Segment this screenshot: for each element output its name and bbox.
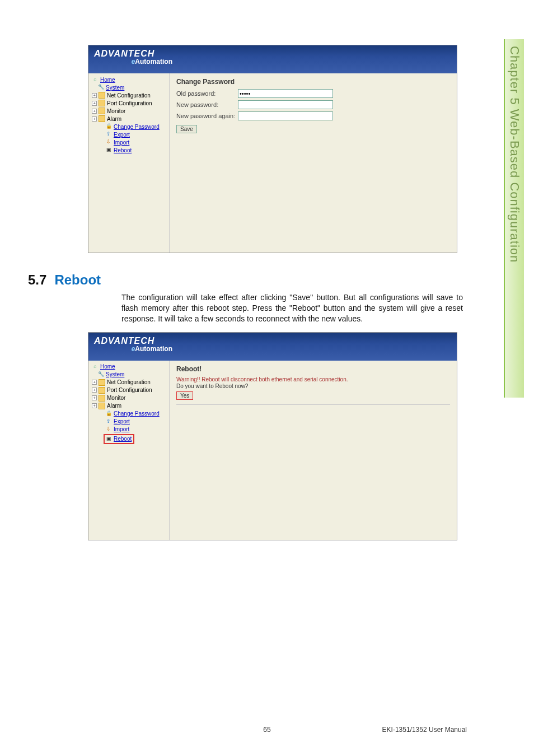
nav-net-config[interactable]: +Net Configuration bbox=[90, 91, 168, 99]
reboot-warning: Warning!! Reboot will disconnect both et… bbox=[176, 376, 450, 382]
wrench-icon: 🔧 bbox=[97, 371, 104, 378]
folder-icon bbox=[99, 115, 105, 122]
app-header: ADVANTECH eAutomation bbox=[88, 333, 457, 361]
export-icon: ⇪ bbox=[105, 131, 112, 138]
nav-system[interactable]: 🔧System bbox=[90, 83, 168, 91]
reboot-question: Do you want to Reboot now? bbox=[176, 383, 450, 389]
old-password-label: Old password: bbox=[176, 90, 238, 97]
nav-system[interactable]: 🔧System bbox=[90, 371, 168, 379]
new-password-input[interactable] bbox=[238, 100, 333, 109]
folder-icon bbox=[99, 92, 105, 99]
section-title: Reboot bbox=[54, 272, 101, 288]
new-password-again-label: New password again: bbox=[176, 113, 238, 119]
brand-subtitle: eAutomation bbox=[94, 345, 172, 353]
app-header: ADVANTECH eAutomation bbox=[88, 45, 457, 73]
content-pane: Change Password Old password: New passwo… bbox=[170, 73, 457, 253]
manual-name: EKI-1351/1352 User Manual bbox=[382, 726, 467, 734]
nav-export[interactable]: ⇪Export bbox=[90, 418, 168, 426]
section-body-text: The configuration will take effect after… bbox=[82, 292, 463, 324]
lock-icon: 🔒 bbox=[105, 123, 112, 130]
import-icon: ⇩ bbox=[105, 426, 112, 433]
nav-reboot-selected[interactable]: ▣Reboot bbox=[90, 433, 168, 445]
nav-home[interactable]: ⌂Home bbox=[90, 76, 168, 83]
home-icon: ⌂ bbox=[92, 76, 99, 83]
divider bbox=[176, 404, 450, 405]
nav-net-config[interactable]: +Net Configuration bbox=[90, 379, 168, 386]
plus-icon[interactable]: + bbox=[92, 93, 97, 98]
section-number: 5.7 bbox=[28, 272, 46, 288]
old-password-input[interactable] bbox=[238, 89, 333, 98]
plus-icon[interactable]: + bbox=[92, 101, 97, 106]
folder-icon bbox=[99, 395, 105, 402]
plus-icon[interactable]: + bbox=[92, 403, 97, 408]
wrench-icon: 🔧 bbox=[97, 84, 104, 91]
chapter-side-tab: Chapter 5 Web-Based Configuration bbox=[504, 39, 524, 398]
plus-icon[interactable]: + bbox=[92, 388, 97, 393]
content-heading: Reboot! bbox=[176, 365, 450, 373]
nav-import[interactable]: ⇩Import bbox=[90, 426, 168, 433]
nav-tree: ⌂Home 🔧System +Net Configuration +Port C… bbox=[88, 361, 170, 540]
folder-icon bbox=[99, 379, 105, 386]
nav-export[interactable]: ⇪Export bbox=[90, 130, 168, 138]
plus-icon[interactable]: + bbox=[92, 395, 97, 400]
content-pane: Reboot! Warning!! Reboot will disconnect… bbox=[170, 361, 457, 540]
yes-button[interactable]: Yes bbox=[176, 391, 193, 400]
nav-change-password[interactable]: 🔒Change Password bbox=[90, 123, 168, 130]
lock-icon: 🔒 bbox=[105, 410, 112, 417]
page-footer: 65 EKI-1351/1352 User Manual bbox=[0, 726, 534, 734]
folder-icon bbox=[99, 403, 105, 409]
export-icon: ⇪ bbox=[105, 418, 112, 425]
reboot-icon: ▣ bbox=[105, 436, 112, 442]
plus-icon[interactable]: + bbox=[92, 109, 97, 114]
folder-icon bbox=[99, 100, 105, 106]
app-window-change-password: ADVANTECH eAutomation ⌂Home 🔧System +Net… bbox=[88, 45, 457, 253]
nav-port-config[interactable]: +Port Configuration bbox=[90, 99, 168, 107]
nav-home[interactable]: ⌂Home bbox=[90, 363, 168, 371]
app-window-reboot: ADVANTECH eAutomation ⌂Home 🔧System +Net… bbox=[88, 332, 457, 540]
nav-alarm[interactable]: +Alarm bbox=[90, 115, 168, 123]
new-password-again-input[interactable] bbox=[238, 111, 333, 120]
import-icon: ⇩ bbox=[105, 139, 112, 146]
subbrand-text: Automation bbox=[135, 58, 172, 66]
home-icon: ⌂ bbox=[92, 363, 99, 370]
section-heading: 5.7 Reboot bbox=[28, 272, 500, 288]
plus-icon[interactable]: + bbox=[92, 116, 97, 122]
reboot-icon: ▣ bbox=[105, 147, 112, 153]
nav-port-config[interactable]: +Port Configuration bbox=[90, 386, 168, 394]
nav-alarm[interactable]: +Alarm bbox=[90, 402, 168, 410]
nav-monitor[interactable]: +Monitor bbox=[90, 107, 168, 115]
nav-monitor[interactable]: +Monitor bbox=[90, 394, 168, 402]
nav-reboot[interactable]: ▣Reboot bbox=[90, 146, 168, 154]
content-heading: Change Password bbox=[176, 78, 450, 86]
save-button[interactable]: Save bbox=[176, 125, 197, 133]
folder-icon bbox=[99, 387, 105, 394]
plus-icon[interactable]: + bbox=[92, 380, 97, 385]
new-password-label: New password: bbox=[176, 101, 238, 108]
brand-subtitle: eAutomation bbox=[94, 58, 172, 66]
nav-tree: ⌂Home 🔧System +Net Configuration +Port C… bbox=[88, 73, 170, 253]
subbrand-text: Automation bbox=[135, 345, 172, 353]
nav-import[interactable]: ⇩Import bbox=[90, 138, 168, 146]
page-number: 65 bbox=[263, 726, 270, 734]
chapter-side-text: Chapter 5 Web-Based Configuration bbox=[507, 46, 522, 263]
folder-icon bbox=[99, 108, 105, 114]
nav-change-password[interactable]: 🔒Change Password bbox=[90, 410, 168, 418]
